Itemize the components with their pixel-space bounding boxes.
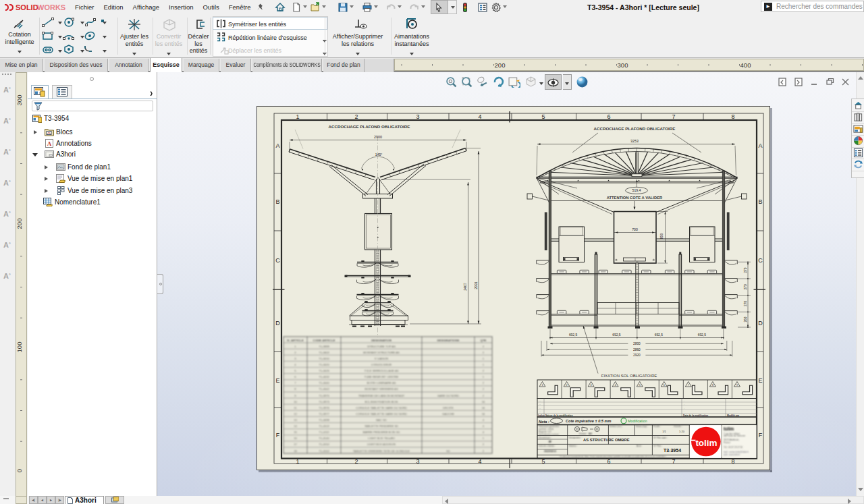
svg-text:18: 18 [294, 449, 297, 453]
svg-text:STRUCTURE TOP AS: STRUCTURE TOP AS [367, 345, 396, 348]
svg-text:Format :: Format : [579, 432, 587, 435]
svg-text:1/1: 1/1 [662, 430, 666, 433]
svg-text:T1-4102: T1-4102 [319, 424, 329, 428]
svg-text:Date de la modification: Date de la modification [683, 414, 708, 417]
svg-text:T1-4162: T1-4162 [319, 449, 329, 453]
svg-text:8: 8 [731, 113, 734, 120]
svg-text:U ENJOLIVEUR: U ENJOLIVEUR [371, 363, 392, 366]
svg-text:1: 1 [296, 458, 299, 465]
svg-text:ZA Portes de Toulouse: ZA Portes de Toulouse [724, 435, 745, 437]
svg-text:--: -- [539, 410, 541, 413]
svg-text:Indice: Indice [538, 414, 545, 417]
svg-text:8: 8 [731, 458, 734, 465]
svg-text:6: 6 [607, 113, 610, 120]
svg-text:SOLID: SOLID [16, 3, 38, 11]
svg-text:T1-3976: T1-3976 [319, 406, 329, 410]
svg-text:B: B [758, 198, 762, 205]
svg-text:A: A [758, 142, 762, 149]
svg-text:TOLE VERROUILLAGE AS: TOLE VERROUILLAGE AS [364, 369, 398, 372]
svg-text:F: F [276, 432, 280, 439]
svg-text:7: 7 [672, 458, 675, 465]
svg-text:A3: A3 [589, 432, 592, 435]
svg-text:CONSOLE TABLETTE GARE DU NORD: CONSOLE TABLETTE GARE DU NORD [356, 412, 407, 416]
svg-text:MONTANT STRUCTURE AS: MONTANT STRUCTURE AS [363, 351, 400, 354]
svg-text:11: 11 [294, 406, 297, 410]
svg-text:GARE DU NORD: GARE DU NORD [437, 394, 460, 397]
svg-text:T1-4140: T1-4140 [319, 437, 329, 440]
svg-text:100: 100 [16, 342, 23, 353]
svg-text:T1-4152: T1-4152 [319, 443, 329, 446]
svg-text:AS STRUCTURE OMBRE: AS STRUCTURE OMBRE [583, 438, 630, 442]
svg-text:Nota :: Nota : [539, 420, 549, 424]
svg-text:E: E [275, 377, 279, 384]
svg-text:DESIGNATION: DESIGNATION [371, 339, 392, 342]
svg-text:T1-4032: T1-4032 [319, 375, 329, 379]
svg-text:T1-4098: T1-4098 [319, 418, 329, 422]
svg-text:F: F [759, 432, 763, 439]
svg-text:LIGHT BOX ADDISON: LIGHT BOX ADDISON [367, 443, 396, 446]
svg-text:--: -- [539, 399, 541, 402]
svg-text:2931: 2931 [474, 281, 478, 289]
svg-text:3: 3 [416, 458, 419, 465]
svg-text:200: 200 [495, 61, 506, 69]
svg-text:CONSOLE TABLETTE GARE DU NORD: CONSOLE TABLETTE GARE DU NORD [356, 406, 407, 410]
svg-text:-: - [684, 399, 684, 402]
svg-text:4: 4 [615, 384, 616, 387]
svg-text:3: 3 [416, 113, 419, 120]
svg-text:9: 9 [736, 384, 738, 387]
svg-text:3: 3 [591, 384, 592, 387]
svg-text:ACCROCHAGE PLAFOND OBLIGATOIRE: ACCROCHAGE PLAFOND OBLIGATOIRE [594, 126, 676, 131]
svg-text:2920: 2920 [633, 354, 641, 357]
svg-text:Dessiné par :: Dessiné par : [539, 437, 551, 439]
svg-text:145°: 145° [375, 152, 382, 157]
svg-text:B: B [275, 198, 279, 205]
svg-text:--: -- [539, 403, 541, 405]
svg-text:V LIAISON: V LIAISON [375, 357, 388, 360]
svg-text:Tél : 05 67 25 07 20: Tél : 05 67 25 07 20 [724, 446, 743, 449]
svg-text:-: - [684, 410, 684, 413]
svg-text:270: 270 [744, 301, 747, 306]
svg-text:T1-4020: T1-4020 [319, 363, 329, 366]
svg-text:Masse (kg) :: Masse (kg) : [636, 425, 648, 428]
svg-text:Ce plan est la propriété de To: Ce plan est la propriété de Tolim. Toute… [560, 455, 666, 458]
svg-text:692,5: 692,5 [698, 333, 707, 337]
svg-text:519,4: 519,4 [632, 188, 641, 192]
svg-text:692,5: 692,5 [569, 333, 578, 337]
svg-text:4: 4 [478, 113, 481, 120]
svg-text:5: 5 [639, 384, 641, 387]
svg-text:tolim: tolim [724, 426, 734, 431]
svg-text:ATTENTION COTE A VALIDER: ATTENTION COTE A VALIDER [607, 196, 663, 200]
svg-text:TRAVERSE DE LIAISON MONTANT: TRAVERSE DE LIAISON MONTANT [358, 394, 405, 397]
svg-text:T1-4010: T1-4010 [319, 357, 329, 360]
svg-text:-: - [684, 407, 684, 410]
svg-text:Echelle :: Echelle : [674, 425, 682, 428]
svg-text:7: 7 [672, 113, 675, 120]
svg-text:Cote impérative ± 0.5 mm: Cote impérative ± 0.5 mm [566, 419, 611, 423]
svg-text:13: 13 [294, 418, 297, 422]
svg-text:692,5: 692,5 [655, 333, 664, 337]
svg-text:T1-4040: T1-4040 [319, 381, 329, 385]
svg-text:GAUCHE: GAUCHE [442, 412, 454, 416]
svg-text:2800: 2800 [633, 342, 641, 345]
svg-text:Matière :: Matière : [569, 445, 578, 447]
svg-text:BAC SD: BAC SD [376, 418, 387, 422]
svg-text:2: 2 [566, 384, 568, 387]
svg-text:Nature de la modification: Nature de la modification [545, 414, 573, 417]
svg-text:Date de création :: Date de création : [539, 445, 556, 447]
svg-text:tolim: tolim [695, 438, 717, 448]
svg-text:France: France [724, 441, 730, 444]
svg-text:2022/06/12: 2022/06/12 [544, 450, 556, 453]
svg-text:Modifié par: Modifié par [727, 414, 740, 417]
svg-text:CODE ARTICLE: CODE ARTICLE [313, 339, 335, 342]
svg-text:2407: 2407 [463, 283, 467, 291]
svg-text:15: 15 [294, 430, 297, 434]
svg-text:270: 270 [744, 284, 747, 289]
svg-text:Surface (m²) :: Surface (m²) : [610, 425, 623, 428]
svg-text:N° Plan :: N° Plan : [654, 445, 663, 447]
svg-text:12: 12 [294, 412, 297, 416]
svg-text:T1-4002: T1-4002 [319, 351, 329, 354]
svg-text:E: E [758, 377, 762, 384]
svg-text:4: 4 [478, 458, 481, 465]
svg-text:260: 260 [744, 316, 747, 322]
svg-text:2: 2 [354, 113, 358, 120]
